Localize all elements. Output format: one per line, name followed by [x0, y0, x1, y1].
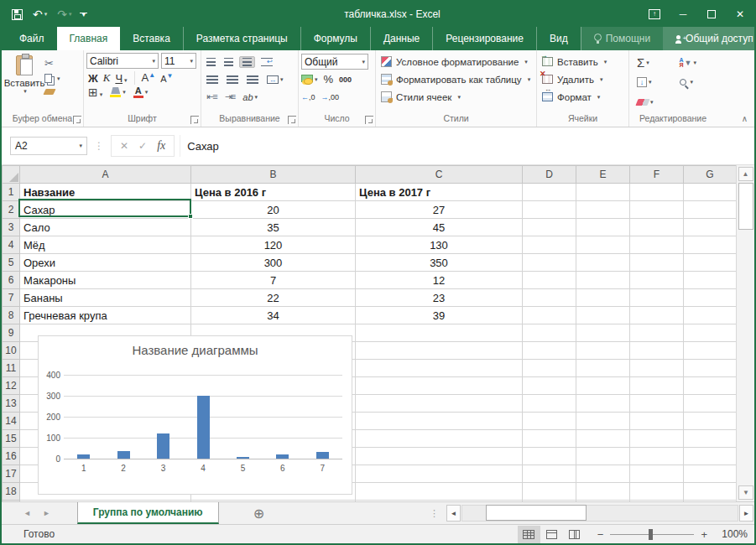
- row-header-9[interactable]: 9: [3, 324, 20, 342]
- row-header-8[interactable]: 8: [3, 307, 20, 324]
- cell-D2[interactable]: [523, 201, 576, 219]
- clipboard-dialog-launcher-icon[interactable]: [73, 116, 81, 124]
- align-right-button[interactable]: [244, 75, 261, 85]
- cell-D11[interactable]: [523, 360, 576, 377]
- cell-B3[interactable]: 35: [191, 219, 356, 236]
- enter-entry-icon[interactable]: ✓: [138, 140, 147, 152]
- tab-данные[interactable]: Данные: [370, 27, 432, 50]
- cell-B5[interactable]: 300: [191, 254, 356, 272]
- cell-G14[interactable]: [684, 413, 737, 430]
- cell-C17[interactable]: [356, 465, 523, 483]
- borders-button[interactable]: ⊞▾: [88, 86, 102, 98]
- collapse-ribbon-icon[interactable]: ∧: [742, 114, 748, 123]
- cell-E8[interactable]: [576, 307, 630, 324]
- tab-рецензирование[interactable]: Рецензирование: [432, 27, 536, 50]
- italic-button[interactable]: К: [103, 71, 111, 85]
- comma-style-button[interactable]: 000: [339, 75, 352, 84]
- save-button[interactable]: [12, 9, 23, 20]
- close-button[interactable]: ✕: [726, 2, 754, 27]
- cell-E1[interactable]: [576, 184, 630, 201]
- cell-F10[interactable]: [630, 342, 684, 360]
- cell-D16[interactable]: [523, 448, 576, 465]
- font-name-combo[interactable]: Calibri▾: [86, 53, 159, 69]
- sheet-tab-active[interactable]: Группа по умолчанию: [77, 502, 219, 524]
- row-header-2[interactable]: 2: [3, 201, 20, 219]
- cell-G13[interactable]: [684, 395, 737, 413]
- insert-cells-button[interactable]: Вставить▾: [542, 53, 626, 70]
- chart-bar-1[interactable]: [77, 454, 90, 459]
- cell-F3[interactable]: [630, 219, 684, 236]
- tab-вид[interactable]: Вид: [536, 27, 581, 50]
- cell-E9[interactable]: [576, 324, 630, 342]
- horizontal-scrollbar[interactable]: [461, 505, 738, 522]
- cell-A3[interactable]: Сало: [20, 219, 191, 236]
- cell-D18[interactable]: [523, 483, 576, 501]
- font-color-button[interactable]: А▾: [133, 86, 149, 98]
- row-header-10[interactable]: 10: [3, 342, 20, 360]
- align-center-button[interactable]: [224, 75, 241, 85]
- column-header-A[interactable]: A: [20, 166, 191, 184]
- cell-G18[interactable]: [684, 483, 737, 501]
- tab-разметка-страницы[interactable]: Разметка страницы: [183, 27, 300, 50]
- font-dialog-launcher-icon[interactable]: [190, 116, 199, 124]
- cell-E12[interactable]: [576, 377, 630, 395]
- number-dialog-launcher-icon[interactable]: [365, 116, 373, 124]
- align-top-button[interactable]: [204, 57, 218, 67]
- insert-function-button[interactable]: fx: [157, 139, 165, 153]
- customize-qat-button[interactable]: ▾: [82, 13, 86, 17]
- cell-D7[interactable]: [523, 289, 576, 307]
- cell-F17[interactable]: [630, 465, 684, 483]
- cell-G6[interactable]: [684, 272, 737, 289]
- cell-A1[interactable]: Навзание: [20, 184, 191, 201]
- row-header-15[interactable]: 15: [3, 430, 20, 448]
- zoom-slider[interactable]: [610, 534, 694, 535]
- wrap-text-button[interactable]: ↩: [258, 57, 275, 67]
- redo-button[interactable]: ↷▾: [57, 8, 71, 21]
- cell-C14[interactable]: [356, 413, 523, 430]
- row-header-4[interactable]: 4: [3, 236, 20, 254]
- cell-F15[interactable]: [630, 430, 684, 448]
- cell-G3[interactable]: [684, 219, 737, 236]
- cell-F1[interactable]: [630, 184, 684, 201]
- paste-button[interactable]: Вставить ▾: [4, 53, 44, 112]
- fill-color-button[interactable]: ▾: [110, 87, 126, 97]
- cell-G16[interactable]: [684, 448, 737, 465]
- cell-F11[interactable]: [630, 360, 684, 377]
- chart-bar-5[interactable]: [237, 457, 249, 459]
- font-size-combo[interactable]: 11▾: [161, 53, 196, 69]
- cell-C7[interactable]: 23: [356, 289, 523, 307]
- cell-D9[interactable]: [523, 324, 576, 342]
- cell-D3[interactable]: [523, 219, 576, 236]
- cell-G10[interactable]: [684, 342, 737, 360]
- cell-G7[interactable]: [684, 289, 737, 307]
- row-header-6[interactable]: 6: [3, 272, 20, 289]
- tab-помощни[interactable]: Помощни: [581, 27, 663, 50]
- sheet-nav-right-icon[interactable]: ►: [43, 509, 50, 517]
- merge-center-button[interactable]: ↔▾: [264, 75, 286, 85]
- formula-input[interactable]: Сахар: [180, 135, 748, 157]
- view-normal-button[interactable]: [518, 526, 540, 543]
- undo-button[interactable]: ↶▾: [33, 8, 47, 21]
- cell-E15[interactable]: [576, 430, 630, 448]
- cell-D13[interactable]: [523, 395, 576, 413]
- format-painter-button[interactable]: [43, 89, 55, 95]
- cell-G15[interactable]: [684, 430, 737, 448]
- row-header-1[interactable]: 1: [3, 184, 20, 201]
- vertical-scroll-thumb[interactable]: [738, 183, 753, 230]
- delete-cells-button[interactable]: Удалить▾: [542, 70, 626, 88]
- percent-style-button[interactable]: %: [324, 73, 334, 86]
- undo-caret-icon[interactable]: ▾: [44, 11, 48, 18]
- column-header-C[interactable]: C: [356, 166, 523, 184]
- cell-B1[interactable]: Цена в 2016 г: [191, 184, 356, 201]
- column-header-B[interactable]: B: [191, 166, 356, 184]
- cell-F13[interactable]: [630, 395, 684, 413]
- find-select-button[interactable]: ▾: [680, 74, 715, 91]
- cell-D10[interactable]: [523, 342, 576, 360]
- cell-D15[interactable]: [523, 430, 576, 448]
- column-header-G[interactable]: G: [684, 166, 737, 184]
- cell-G5[interactable]: [684, 254, 737, 272]
- cell-E14[interactable]: [576, 413, 630, 430]
- format-as-table-button[interactable]: Форматировать как таблицу▾: [381, 70, 534, 88]
- cell-D14[interactable]: [523, 413, 576, 430]
- cell-A8[interactable]: Гречневая крупа: [20, 307, 191, 324]
